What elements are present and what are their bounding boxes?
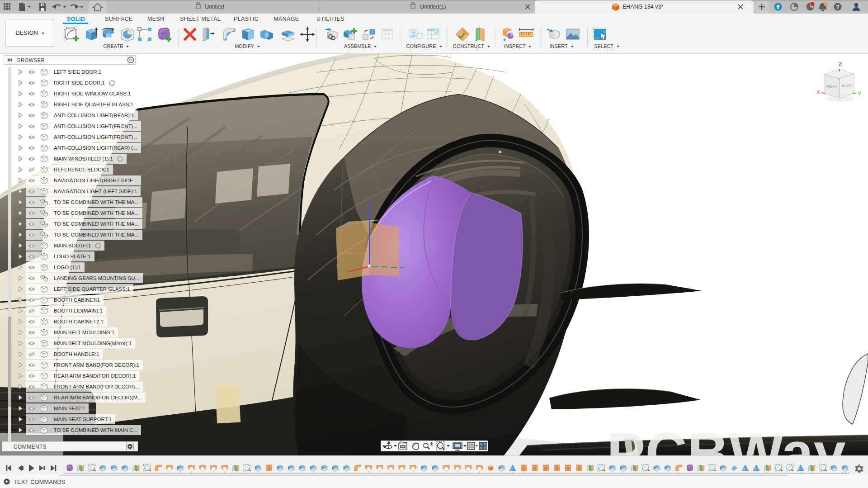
svg-text:Y: Y <box>858 91 861 96</box>
svg-text:PCBWay: PCBWay <box>607 421 846 456</box>
svg-text:BACK: BACK <box>842 84 852 88</box>
svg-text:RIGHT: RIGHT <box>826 85 837 89</box>
svg-text:Z: Z <box>838 62 841 67</box>
svg-text:X: X <box>816 90 820 95</box>
svg-text:?: ? <box>836 4 840 10</box>
svg-text:BROWSER: BROWSER <box>17 57 45 63</box>
